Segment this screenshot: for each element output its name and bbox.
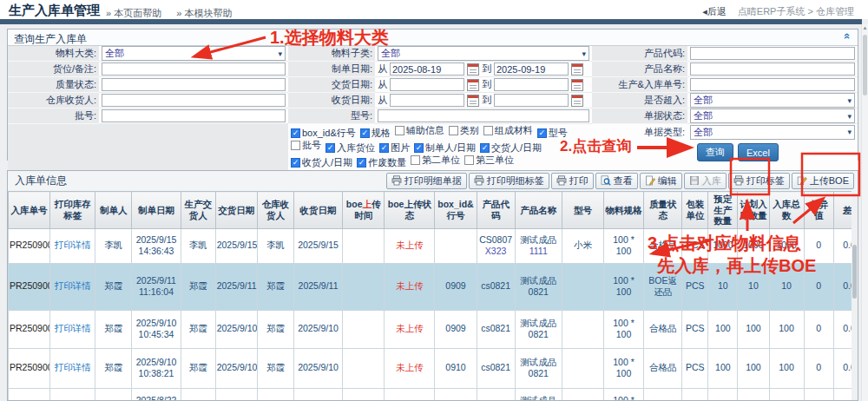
checkbox-icon[interactable] — [483, 126, 493, 135]
query-button[interactable]: 查询 — [697, 143, 733, 161]
column-header[interactable]: 计划入库数量 — [738, 192, 769, 229]
warehouse-receiver-input[interactable] — [102, 94, 286, 107]
display-option[interactable]: ✓制单人/日期 — [414, 142, 476, 154]
view-button[interactable]: 查看 — [595, 173, 638, 189]
display-option[interactable]: ✓交货人/日期 — [480, 142, 542, 154]
checkbox-icon[interactable]: ✓ — [326, 143, 335, 153]
model-input[interactable] — [378, 109, 589, 122]
checkbox-icon[interactable]: ✓ — [360, 128, 370, 138]
calendar-icon[interactable] — [571, 79, 583, 91]
doc-status-select[interactable]: 全部▾ — [690, 108, 855, 123]
column-header[interactable]: 仓库收货人 — [257, 192, 293, 229]
display-option[interactable]: 组成材料 — [483, 125, 533, 136]
column-header[interactable]: 制单人 — [95, 192, 132, 229]
column-header[interactable]: 制单日期 — [132, 192, 181, 229]
table-row[interactable]: PR250900003打印详情郑霞2025/9/1111:16:04郑霞2025… — [9, 263, 855, 310]
column-header[interactable]: box_id&行号 — [435, 192, 477, 229]
make-date-from-input[interactable] — [390, 62, 464, 76]
checkbox-icon[interactable]: ✓ — [291, 158, 300, 168]
print-detail-link[interactable]: 打印详情 — [51, 362, 94, 374]
calendar-icon[interactable] — [467, 95, 479, 107]
quality-status-input[interactable] — [102, 78, 286, 91]
delivery-date-to-input[interactable] — [494, 78, 569, 91]
page-scrollbar-thumb[interactable] — [863, 35, 867, 95]
checkbox-icon[interactable]: ✓ — [414, 143, 424, 153]
print-detail-link[interactable]: 打印详情 — [51, 323, 94, 335]
calendar-icon[interactable] — [571, 63, 583, 76]
column-header[interactable]: 入库总数 — [769, 192, 804, 229]
page-help-link[interactable]: » 本页面帮助 — [106, 8, 161, 18]
page-scrollbar[interactable]: ▲ — [861, 24, 868, 401]
column-header[interactable]: 产品代码 — [477, 192, 515, 229]
over-entry-select[interactable]: 全部▾ — [690, 93, 855, 108]
make-date-to-input[interactable] — [494, 62, 569, 76]
column-header[interactable]: 生产交货人 — [181, 192, 215, 229]
edit-button[interactable]: 编辑 — [640, 173, 682, 189]
product-name-input[interactable] — [690, 62, 855, 76]
table-row[interactable]: PR250900002打印详情郑霞2025/9/1010:45:34郑霞2025… — [9, 310, 855, 348]
column-header[interactable]: 包装单位 — [682, 192, 708, 229]
calendar-icon[interactable] — [571, 95, 583, 107]
inbound-button[interactable]: 入库 — [684, 173, 727, 189]
checkbox-icon[interactable]: ✓ — [379, 143, 389, 153]
checkbox-icon[interactable]: ✓ — [291, 128, 300, 138]
material-subclass-select[interactable]: 全部▾ — [378, 46, 589, 61]
receive-date-from-input[interactable] — [390, 94, 464, 107]
display-option[interactable]: 批号 — [291, 140, 321, 151]
table-row[interactable]: PR250900001打印详情郑霞2025/9/1010:38:21郑霞2025… — [9, 348, 855, 388]
print-detail-link[interactable]: 打印详情 — [51, 280, 94, 293]
column-header[interactable]: 物料规格 — [603, 192, 643, 229]
table-scrollbar[interactable] — [852, 191, 858, 400]
column-header[interactable]: 打印库存标签 — [50, 192, 95, 229]
column-header[interactable]: 收货日期 — [293, 192, 342, 229]
checkbox-icon[interactable] — [411, 155, 420, 165]
print-detail-label-button[interactable]: 打印明细标签 — [469, 173, 549, 189]
display-option[interactable]: 类别 — [449, 125, 479, 136]
receive-date-to-input[interactable] — [494, 94, 569, 107]
checkbox-icon[interactable]: ✓ — [357, 158, 366, 168]
batch-no-input[interactable] — [102, 109, 286, 122]
scroll-up-icon[interactable]: ▲ — [862, 24, 868, 32]
display-option[interactable]: 第三单位 — [464, 154, 514, 166]
column-header[interactable]: 入库单号 — [9, 192, 50, 229]
print-detail-link[interactable]: 打印详情 — [51, 240, 94, 252]
module-help-link[interactable]: » 本模块帮助 — [176, 8, 232, 18]
back-link[interactable]: ◂后退 — [702, 6, 727, 16]
column-header[interactable]: boe上传状态 — [385, 192, 435, 229]
checkbox-icon[interactable] — [449, 126, 458, 135]
table-row[interactable]: PR2500035打印详情郑霞2025/8/2215:43:58郑霞2025/8… — [9, 388, 855, 400]
prod-order-no-input[interactable] — [690, 78, 855, 91]
display-option[interactable]: 辅助信息 — [395, 125, 444, 136]
doc-type-select[interactable]: 全部▾ — [690, 125, 855, 140]
product-code-input[interactable] — [690, 47, 855, 60]
material-class-select[interactable]: 全部▾ — [102, 46, 286, 61]
column-header[interactable]: 型号 — [562, 192, 603, 229]
checkbox-icon[interactable]: ✓ — [480, 143, 490, 153]
print-label-button[interactable]: 打印标签 — [728, 173, 790, 189]
display-option[interactable]: ✓收货人/日期 — [291, 157, 352, 168]
display-option[interactable]: 第二单位 — [411, 154, 460, 166]
display-option[interactable]: ✓box_id&行号 — [291, 128, 356, 139]
breadcrumb[interactable]: 点晴ERP子系统 > 仓库管理 — [738, 6, 854, 16]
column-header[interactable]: 质量状态 — [644, 192, 682, 229]
display-option[interactable]: ✓图片 — [379, 142, 410, 154]
column-header[interactable]: 交货日期 — [215, 192, 257, 229]
display-option[interactable]: ✓入库货位 — [326, 142, 375, 154]
table-scrollbar-thumb[interactable] — [852, 245, 857, 299]
checkbox-icon[interactable] — [464, 155, 474, 165]
column-header[interactable]: 差异值 — [804, 192, 833, 229]
column-header[interactable]: boe上传时间 — [343, 192, 385, 229]
delivery-date-from-input[interactable] — [390, 78, 464, 91]
column-header[interactable]: 预定生产数量 — [708, 192, 738, 229]
upload-boe-button[interactable]: 上传BOE — [792, 173, 854, 189]
location-remark-input[interactable] — [102, 62, 286, 76]
collapse-icon[interactable]: « — [841, 33, 854, 39]
display-option[interactable]: ✓型号 — [537, 128, 568, 139]
checkbox-icon[interactable] — [395, 126, 404, 135]
excel-button[interactable]: Excel — [738, 143, 779, 161]
calendar-icon[interactable] — [467, 63, 479, 76]
print-button[interactable]: 打印 — [551, 173, 594, 189]
checkbox-icon[interactable]: ✓ — [537, 128, 547, 138]
display-option[interactable]: ✓作废数量 — [357, 157, 406, 168]
display-option[interactable]: ✓规格 — [360, 128, 391, 139]
